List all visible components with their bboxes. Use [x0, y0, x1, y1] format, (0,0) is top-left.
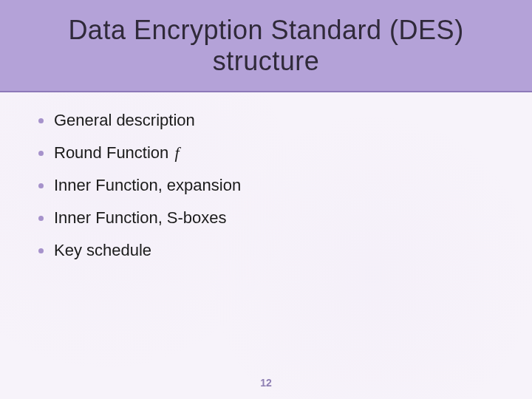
page-number: 12 [0, 377, 532, 389]
list-item: Round Function f [37, 143, 495, 163]
list-item: Inner Function, S-boxes [37, 208, 495, 228]
slide-body: General description Round Function f Inn… [0, 92, 532, 399]
bullet-icon [38, 216, 44, 221]
list-item-label: Key schedule [54, 241, 151, 260]
slide-title-line1: Data Encryption Standard (DES) [68, 15, 463, 46]
bullet-icon [38, 183, 44, 188]
bullet-icon [38, 248, 44, 253]
list-item: General description [37, 111, 495, 130]
list-item-label: General description [54, 111, 195, 130]
slide-header: Data Encryption Standard (DES) structure [0, 0, 532, 92]
list-item: Inner Function, expansion [37, 176, 495, 195]
list-item: Key schedule [37, 241, 495, 260]
list-item-label: Round Function f [54, 143, 180, 163]
list-item-label: Inner Function, expansion [54, 176, 241, 195]
slide-title-line2: structure [213, 46, 320, 77]
bullet-icon [38, 118, 44, 123]
bullet-icon [38, 151, 44, 156]
bullet-list: General description Round Function f Inn… [37, 111, 495, 260]
list-item-label: Inner Function, S-boxes [54, 208, 227, 228]
